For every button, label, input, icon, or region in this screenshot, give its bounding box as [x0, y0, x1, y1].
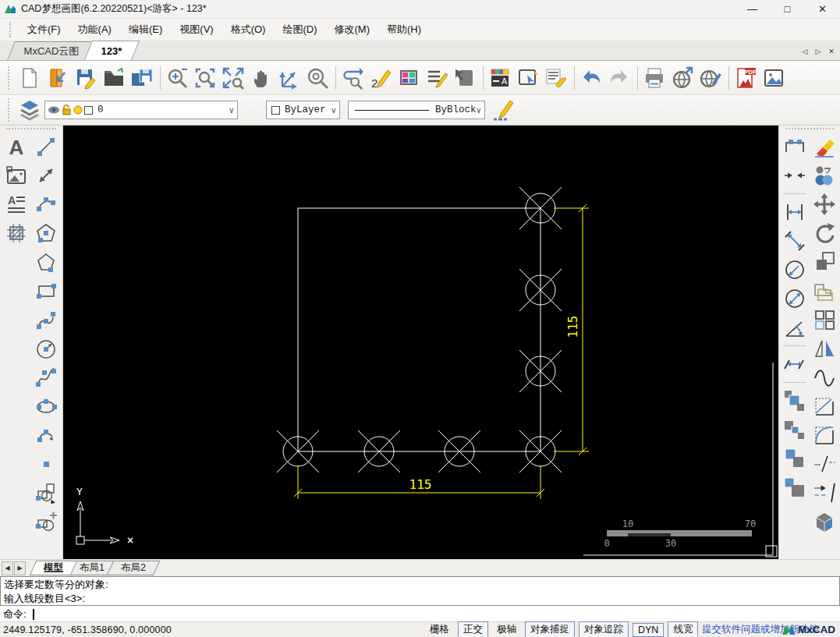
- ellipse-button[interactable]: [33, 393, 59, 419]
- layer-combo[interactable]: 0 ∨: [44, 101, 238, 119]
- web-edit-button[interactable]: [697, 64, 725, 92]
- fillet-button[interactable]: [811, 422, 838, 448]
- construction-line-button[interactable]: [33, 162, 59, 189]
- quick-dim-button[interactable]: [782, 133, 808, 160]
- dim-angular-button[interactable]: [782, 314, 808, 341]
- doc-tab-1[interactable]: 123*: [84, 41, 140, 60]
- minimize-button[interactable]: —: [735, 0, 770, 18]
- polar-axes-button[interactable]: [276, 64, 304, 92]
- menu-item-4[interactable]: 格式(O): [222, 19, 275, 40]
- point-button[interactable]: [33, 451, 59, 477]
- menu-item-5[interactable]: 绘图(D): [274, 19, 325, 40]
- status-toggle-栅格[interactable]: 栅格: [425, 622, 454, 637]
- text-style-button[interactable]: A: [487, 64, 515, 92]
- revision-curve-button[interactable]: [811, 364, 838, 391]
- menu-item-7[interactable]: 帮助(H): [378, 19, 430, 40]
- color-palette-button[interactable]: [395, 64, 424, 92]
- menu-item-6[interactable]: 修改(M): [325, 19, 378, 40]
- zoom-extents-button[interactable]: [220, 64, 248, 92]
- dim-radius-button[interactable]: [782, 257, 808, 283]
- erase-button[interactable]: [811, 133, 838, 160]
- doc-tab-0[interactable]: MxCAD云图: [7, 41, 96, 60]
- scale-ref-button[interactable]: [782, 474, 808, 501]
- print-button[interactable]: [641, 64, 669, 92]
- box-3d-button[interactable]: [811, 508, 838, 535]
- dim-diameter-button[interactable]: [782, 285, 808, 312]
- command-input[interactable]: 命令:: [0, 607, 840, 621]
- scale-copy-button[interactable]: [782, 445, 808, 472]
- color-combo[interactable]: ByLayer ∨: [266, 101, 340, 119]
- menu-item-0[interactable]: 文件(F): [19, 19, 69, 40]
- format-brush-button[interactable]: [543, 64, 571, 92]
- new-file-button[interactable]: [16, 64, 44, 92]
- drawing-canvas[interactable]: 115115Y×1070030: [63, 126, 778, 559]
- polygon-filled-button[interactable]: [33, 220, 59, 246]
- dim-aligned-button[interactable]: [782, 351, 808, 377]
- layout-tab-布局2[interactable]: 布局2: [107, 561, 160, 575]
- layout-scroll-right-button[interactable]: ▶: [14, 561, 26, 575]
- dim-linear-button[interactable]: [782, 199, 808, 225]
- draw-pencil-button[interactable]: 2: [367, 64, 395, 92]
- publish-web-button[interactable]: [669, 64, 697, 92]
- offset-button[interactable]: [811, 278, 838, 304]
- select-object-button[interactable]: [515, 64, 543, 92]
- dim-rotated-button[interactable]: [782, 228, 808, 254]
- extend-button[interactable]: [811, 480, 838, 506]
- arc-button[interactable]: [33, 191, 59, 218]
- rectangle-button[interactable]: [33, 278, 59, 304]
- linetype-combo[interactable]: ByBlock ∨: [348, 101, 485, 119]
- save-all-button[interactable]: [129, 64, 157, 92]
- open-folder-button[interactable]: [101, 64, 129, 92]
- maximize-button[interactable]: □: [770, 0, 805, 18]
- move-button[interactable]: [811, 191, 838, 218]
- scale-down-button[interactable]: [782, 416, 808, 443]
- layout-scroll-left-button[interactable]: ◀: [2, 561, 13, 575]
- arc-continue-button[interactable]: [33, 422, 59, 448]
- layout-page-button[interactable]: [452, 64, 480, 92]
- status-toggle-线宽[interactable]: 线宽: [668, 621, 698, 637]
- status-toggle-对象追踪[interactable]: 对象追踪: [579, 621, 629, 637]
- tab-scroll-right-button[interactable]: ▷: [813, 45, 824, 57]
- scale-up-button[interactable]: [782, 388, 808, 414]
- layer-manager-button[interactable]: [16, 96, 44, 124]
- status-toggle-正交[interactable]: 正交: [458, 621, 488, 637]
- zoom-dynamic-button[interactable]: [164, 64, 192, 92]
- array-button[interactable]: [811, 306, 838, 333]
- menu-item-3[interactable]: 视图(V): [171, 19, 222, 40]
- spline-button[interactable]: [33, 364, 59, 391]
- mirror-button[interactable]: [811, 335, 838, 362]
- export-pdf-button[interactable]: PDF: [732, 64, 760, 92]
- tab-close-button[interactable]: ✕: [826, 45, 837, 57]
- text-button[interactable]: A: [3, 133, 30, 160]
- pan-button[interactable]: [248, 64, 276, 92]
- rotate-button[interactable]: [811, 220, 838, 246]
- redo-button[interactable]: [606, 64, 634, 92]
- chamfer-button[interactable]: [811, 393, 838, 419]
- linetype-manager-button[interactable]: [424, 64, 452, 92]
- tab-scroll-left-button[interactable]: ◁: [799, 45, 810, 57]
- copy-button[interactable]: [811, 162, 838, 189]
- undo-button[interactable]: [578, 64, 606, 92]
- polygon-button[interactable]: [33, 249, 59, 275]
- block-insert-button[interactable]: [33, 480, 59, 506]
- scale-button[interactable]: [811, 249, 838, 275]
- line-button[interactable]: [33, 133, 59, 160]
- layout-tab-模型[interactable]: 模型: [30, 561, 77, 575]
- zoom-center-button[interactable]: [304, 64, 332, 92]
- polyline-button[interactable]: [33, 306, 59, 333]
- view-back-button[interactable]: [339, 64, 367, 92]
- zoom-window-button[interactable]: [192, 64, 220, 92]
- circle-button[interactable]: [33, 335, 59, 362]
- block-create-button[interactable]: [33, 508, 59, 535]
- mtext-button[interactable]: A: [3, 191, 30, 218]
- properties-edit-button[interactable]: [490, 96, 518, 124]
- menu-item-1[interactable]: 功能(A): [69, 19, 120, 40]
- hatch-button[interactable]: [3, 220, 30, 246]
- save-button[interactable]: [73, 64, 101, 92]
- export-image-button[interactable]: [760, 64, 789, 92]
- break-button[interactable]: [811, 451, 838, 477]
- shorten-button[interactable]: [782, 162, 808, 189]
- status-toggle-极轴[interactable]: 极轴: [492, 622, 521, 637]
- menu-item-2[interactable]: 编辑(E): [120, 19, 171, 40]
- status-toggle-对象捕捉[interactable]: 对象捕捉: [525, 621, 575, 637]
